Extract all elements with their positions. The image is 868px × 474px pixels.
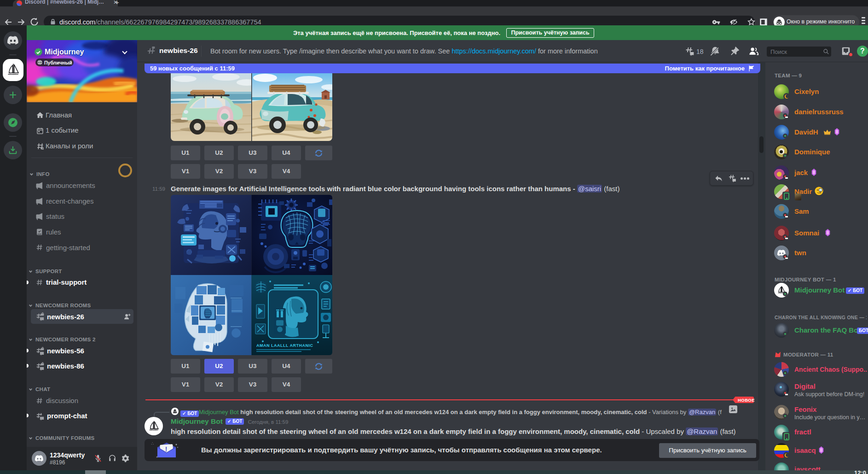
svg-text:AMAN LAALLL ARTHANIC: AMAN LAALLL ARTHANIC [256, 343, 313, 348]
